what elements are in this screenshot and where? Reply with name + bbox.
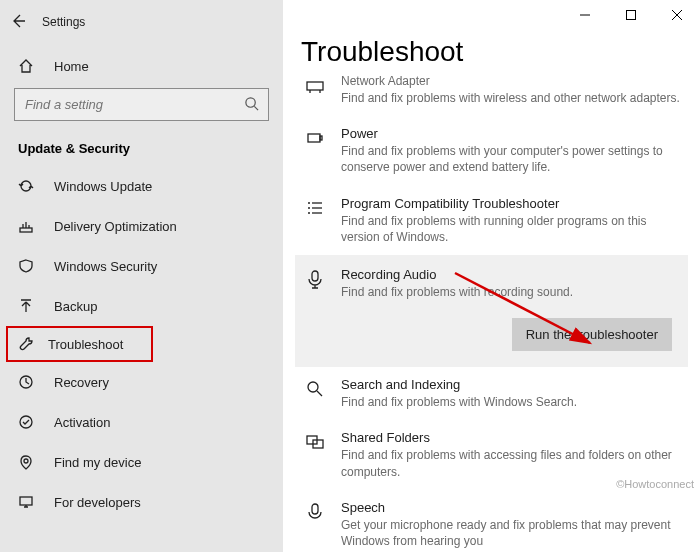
- sidebar-item-label: Recovery: [54, 375, 109, 390]
- network-icon: [301, 76, 329, 106]
- microphone-icon: [301, 269, 329, 300]
- sidebar-section-header: Update & Security: [0, 121, 283, 166]
- troubleshoot-item-desc: Find and fix problems with wireless and …: [341, 90, 688, 106]
- sidebar-item-activation[interactable]: Activation: [0, 402, 283, 442]
- activation-icon: [18, 414, 34, 430]
- window-controls: [562, 0, 700, 30]
- sidebar-item-windows-update[interactable]: Windows Update: [0, 166, 283, 206]
- svg-rect-13: [320, 136, 322, 140]
- run-button-row: Run the troubleshooter: [295, 318, 688, 367]
- sidebar-item-label: Troubleshoot: [48, 337, 123, 352]
- backup-icon: [18, 298, 34, 314]
- troubleshoot-item-title: Speech: [341, 500, 688, 515]
- watermark: ©Howtoconnect: [616, 478, 694, 490]
- troubleshoot-item-desc: Find and fix problems with your computer…: [341, 143, 688, 175]
- svg-rect-20: [312, 271, 318, 281]
- troubleshoot-item-search-indexing[interactable]: Search and Indexing Find and fix problem…: [301, 367, 688, 420]
- power-icon: [301, 128, 329, 175]
- run-troubleshooter-button[interactable]: Run the troubleshooter: [512, 318, 672, 351]
- troubleshoot-item-program-compatibility[interactable]: Program Compatibility Troubleshooter Fin…: [301, 186, 688, 255]
- troubleshoot-item-desc: Find and fix problems with accessing fil…: [341, 447, 688, 479]
- sync-icon: [18, 178, 34, 194]
- troubleshoot-item-desc: Find and fix problems with running older…: [341, 213, 688, 245]
- sidebar-item-troubleshoot[interactable]: Troubleshoot: [6, 326, 153, 362]
- sidebar-item-backup[interactable]: Backup: [0, 286, 283, 326]
- svg-line-22: [317, 391, 322, 396]
- sidebar-item-label: For developers: [54, 495, 141, 510]
- main-pane: Troubleshoot Network Adapter Find and fi…: [283, 0, 700, 552]
- svg-rect-11: [307, 82, 323, 90]
- sidebar-item-label: Windows Security: [54, 259, 157, 274]
- troubleshoot-item-desc: Get your microphone ready and fix proble…: [341, 517, 688, 549]
- sidebar-item-label: Windows Update: [54, 179, 152, 194]
- sidebar-item-find-my-device[interactable]: Find my device: [0, 442, 283, 482]
- svg-line-5: [254, 106, 258, 110]
- sidebar-item-label: Activation: [54, 415, 110, 430]
- back-icon[interactable]: [10, 13, 26, 32]
- shield-icon: [18, 258, 34, 274]
- maximize-button[interactable]: [608, 0, 654, 30]
- troubleshoot-item-title: Search and Indexing: [341, 377, 688, 392]
- close-button[interactable]: [654, 0, 700, 30]
- home-icon: [18, 58, 34, 74]
- troubleshoot-item-speech[interactable]: Speech Get your microphone ready and fix…: [301, 490, 688, 552]
- sidebar-item-label: Backup: [54, 299, 97, 314]
- troubleshoot-item-desc: Find and fix problems with recording sou…: [341, 284, 680, 300]
- svg-rect-1: [627, 11, 636, 20]
- delivery-icon: [18, 218, 34, 234]
- minimize-button[interactable]: [562, 0, 608, 30]
- svg-rect-6: [20, 228, 32, 232]
- sidebar-item-home[interactable]: Home: [0, 46, 283, 86]
- sidebar-item-for-developers[interactable]: For developers: [0, 482, 283, 522]
- sidebar-item-label: Delivery Optimization: [54, 219, 177, 234]
- svg-point-21: [308, 382, 318, 392]
- svg-rect-12: [308, 134, 320, 142]
- sidebar: Settings Home Update & Security Windows …: [0, 0, 283, 552]
- svg-rect-10: [20, 497, 32, 505]
- svg-point-9: [24, 459, 28, 463]
- sidebar-item-windows-security[interactable]: Windows Security: [0, 246, 283, 286]
- troubleshoot-item-title: Recording Audio: [341, 267, 680, 282]
- search-box: [14, 88, 269, 121]
- recovery-icon: [18, 374, 34, 390]
- troubleshoot-item-network-adapter[interactable]: Network Adapter Find and fix problems wi…: [301, 74, 688, 116]
- program-icon: [301, 198, 329, 245]
- developers-icon: [18, 494, 34, 510]
- sidebar-item-label: Find my device: [54, 455, 141, 470]
- search-indexing-icon: [301, 379, 329, 410]
- speech-icon: [301, 502, 329, 549]
- location-icon: [18, 454, 34, 470]
- search-icon: [244, 96, 259, 114]
- wrench-icon: [18, 336, 34, 352]
- svg-point-4: [246, 98, 255, 107]
- search-input[interactable]: [14, 88, 269, 121]
- sidebar-item-label: Home: [54, 59, 89, 74]
- shared-folders-icon: [301, 432, 329, 479]
- troubleshoot-item-title: Network Adapter: [341, 74, 688, 88]
- sidebar-item-delivery-optimization[interactable]: Delivery Optimization: [0, 206, 283, 246]
- troubleshoot-item-desc: Find and fix problems with Windows Searc…: [341, 394, 688, 410]
- svg-point-8: [20, 416, 32, 428]
- troubleshoot-item-title: Power: [341, 126, 688, 141]
- troubleshoot-item-title: Shared Folders: [341, 430, 688, 445]
- page-title: Troubleshoot: [301, 36, 688, 68]
- svg-rect-25: [312, 504, 318, 514]
- troubleshoot-item-title: Program Compatibility Troubleshooter: [341, 196, 688, 211]
- sidebar-item-recovery[interactable]: Recovery: [0, 362, 283, 402]
- app-title: Settings: [42, 15, 85, 29]
- troubleshoot-item-recording-audio[interactable]: Recording Audio Find and fix problems wi…: [295, 255, 688, 318]
- troubleshoot-item-power[interactable]: Power Find and fix problems with your co…: [301, 116, 688, 185]
